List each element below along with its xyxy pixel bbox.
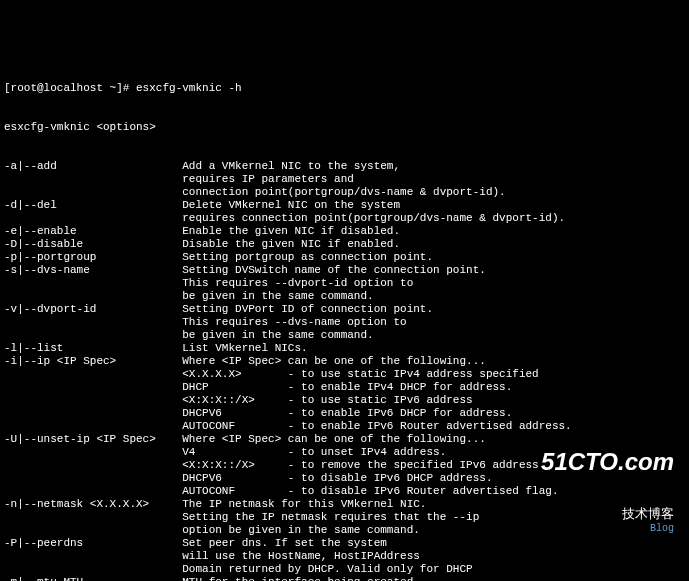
option-line: requires connection point(portgroup/dvs-… bbox=[4, 212, 685, 225]
option-line: -a|--add Add a VMkernel NIC to the syste… bbox=[4, 160, 685, 173]
option-line: -p|--portgroup Setting portgroup as conn… bbox=[4, 251, 685, 264]
option-line: -v|--dvport-id Setting DVPort ID of conn… bbox=[4, 303, 685, 316]
option-line: -D|--disable Disable the given NIC if en… bbox=[4, 238, 685, 251]
option-line: DHCP - to enable IPv4 DHCP for address. bbox=[4, 381, 685, 394]
option-line: requires IP parameters and bbox=[4, 173, 685, 186]
option-line: -m|--mtu MTU MTU for the interface being… bbox=[4, 576, 685, 581]
usage-line: esxcfg-vmknic <options> bbox=[4, 121, 685, 134]
option-line: -e|--enable Enable the given NIC if disa… bbox=[4, 225, 685, 238]
watermark: 51CTO.com 技术博客 Blog bbox=[541, 429, 674, 561]
option-line: This requires --dvport-id option to bbox=[4, 277, 685, 290]
option-line: <X:X:X::/X> - to use static IPv6 address bbox=[4, 394, 685, 407]
option-line: -s|--dvs-name Setting DVSwitch name of t… bbox=[4, 264, 685, 277]
option-line: Domain returned by DHCP. Valid only for … bbox=[4, 563, 685, 576]
command-prompt: [root@localhost ~]# esxcfg-vmknic -h bbox=[4, 82, 685, 95]
watermark-subtitle: 技术博客 Blog bbox=[541, 494, 674, 548]
option-line: be given in the same command. bbox=[4, 329, 685, 342]
option-line: <X.X.X.X> - to use static IPv4 address s… bbox=[4, 368, 685, 381]
option-line: -d|--del Delete VMkernel NIC on the syst… bbox=[4, 199, 685, 212]
option-line: be given in the same command. bbox=[4, 290, 685, 303]
watermark-domain: 51CTO.com bbox=[541, 455, 674, 468]
option-line: -i|--ip <IP Spec> Where <IP Spec> can be… bbox=[4, 355, 685, 368]
option-line: connection point(portgroup/dvs-name & dv… bbox=[4, 186, 685, 199]
option-line: -l|--list List VMkernel NICs. bbox=[4, 342, 685, 355]
option-line: This requires --dvs-name option to bbox=[4, 316, 685, 329]
option-line: DHCPV6 - to enable IPv6 DHCP for address… bbox=[4, 407, 685, 420]
